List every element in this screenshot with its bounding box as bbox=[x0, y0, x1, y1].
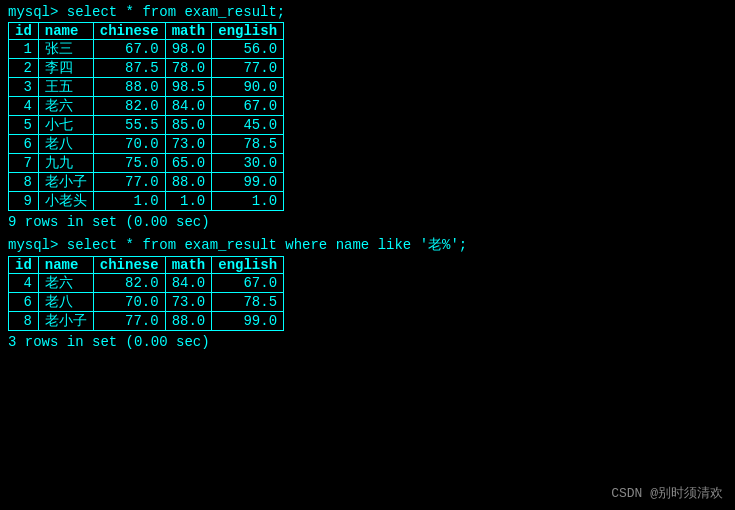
cell-chinese: 88.0 bbox=[93, 78, 165, 97]
cell-math: 98.5 bbox=[165, 78, 212, 97]
cell-math: 84.0 bbox=[165, 97, 212, 116]
cell-name: 九九 bbox=[38, 154, 93, 173]
cell-name: 老小子 bbox=[38, 173, 93, 192]
cell-id: 5 bbox=[9, 116, 39, 135]
cell-chinese: 75.0 bbox=[93, 154, 165, 173]
cell-english: 67.0 bbox=[212, 274, 284, 293]
col-math-1: math bbox=[165, 23, 212, 40]
cell-english: 45.0 bbox=[212, 116, 284, 135]
col-chinese-1: chinese bbox=[93, 23, 165, 40]
cell-english: 30.0 bbox=[212, 154, 284, 173]
cell-chinese: 87.5 bbox=[93, 59, 165, 78]
cell-english: 99.0 bbox=[212, 312, 284, 331]
cell-id: 4 bbox=[9, 97, 39, 116]
cell-name: 李四 bbox=[38, 59, 93, 78]
cell-math: 85.0 bbox=[165, 116, 212, 135]
cell-chinese: 77.0 bbox=[93, 173, 165, 192]
cell-math: 65.0 bbox=[165, 154, 212, 173]
cell-name: 王五 bbox=[38, 78, 93, 97]
cell-chinese: 70.0 bbox=[93, 135, 165, 154]
cell-math: 73.0 bbox=[165, 135, 212, 154]
cell-english: 1.0 bbox=[212, 192, 284, 211]
cell-english: 77.0 bbox=[212, 59, 284, 78]
cell-math: 84.0 bbox=[165, 274, 212, 293]
cell-chinese: 82.0 bbox=[93, 97, 165, 116]
table-row: 8 老小子 77.0 88.0 99.0 bbox=[9, 312, 284, 331]
cell-english: 90.0 bbox=[212, 78, 284, 97]
query2-prompt: mysql> select * from exam_result where n… bbox=[8, 236, 727, 254]
cell-english: 99.0 bbox=[212, 173, 284, 192]
table-row: 4 老六 82.0 84.0 67.0 bbox=[9, 274, 284, 293]
col-id-2: id bbox=[9, 257, 39, 274]
cell-name: 张三 bbox=[38, 40, 93, 59]
table-row: 8 老小子 77.0 88.0 99.0 bbox=[9, 173, 284, 192]
col-id-1: id bbox=[9, 23, 39, 40]
query1-table: id name chinese math english 1 张三 67.0 9… bbox=[8, 22, 284, 211]
table-row: 7 九九 75.0 65.0 30.0 bbox=[9, 154, 284, 173]
cell-math: 1.0 bbox=[165, 192, 212, 211]
cell-english: 56.0 bbox=[212, 40, 284, 59]
cell-english: 78.5 bbox=[212, 293, 284, 312]
table-row: 6 老八 70.0 73.0 78.5 bbox=[9, 135, 284, 154]
query2-table: id name chinese math english 4 老六 82.0 8… bbox=[8, 256, 284, 331]
cell-id: 1 bbox=[9, 40, 39, 59]
cell-id: 8 bbox=[9, 173, 39, 192]
cell-math: 88.0 bbox=[165, 173, 212, 192]
cell-id: 6 bbox=[9, 135, 39, 154]
cell-chinese: 1.0 bbox=[93, 192, 165, 211]
query1-table-container: id name chinese math english 1 张三 67.0 9… bbox=[8, 22, 727, 211]
cell-name: 老小子 bbox=[38, 312, 93, 331]
query1-prompt: mysql> select * from exam_result; bbox=[8, 4, 727, 20]
cell-math: 88.0 bbox=[165, 312, 212, 331]
table-row: 4 老六 82.0 84.0 67.0 bbox=[9, 97, 284, 116]
table-row: 2 李四 87.5 78.0 77.0 bbox=[9, 59, 284, 78]
cell-chinese: 77.0 bbox=[93, 312, 165, 331]
cell-chinese: 70.0 bbox=[93, 293, 165, 312]
col-math-2: math bbox=[165, 257, 212, 274]
col-english-2: english bbox=[212, 257, 284, 274]
cell-math: 73.0 bbox=[165, 293, 212, 312]
cell-id: 4 bbox=[9, 274, 39, 293]
cell-id: 2 bbox=[9, 59, 39, 78]
table-row: 1 张三 67.0 98.0 56.0 bbox=[9, 40, 284, 59]
cell-id: 9 bbox=[9, 192, 39, 211]
col-name-2: name bbox=[38, 257, 93, 274]
cell-english: 67.0 bbox=[212, 97, 284, 116]
cell-chinese: 82.0 bbox=[93, 274, 165, 293]
cell-name: 老八 bbox=[38, 293, 93, 312]
cell-name: 老六 bbox=[38, 274, 93, 293]
cell-math: 98.0 bbox=[165, 40, 212, 59]
cell-math: 78.0 bbox=[165, 59, 212, 78]
cell-name: 小老头 bbox=[38, 192, 93, 211]
cell-id: 6 bbox=[9, 293, 39, 312]
cell-chinese: 55.5 bbox=[93, 116, 165, 135]
col-english-1: english bbox=[212, 23, 284, 40]
cell-name: 老八 bbox=[38, 135, 93, 154]
cell-name: 小七 bbox=[38, 116, 93, 135]
col-name-1: name bbox=[38, 23, 93, 40]
query1-result: 9 rows in set (0.00 sec) bbox=[8, 214, 727, 230]
cell-english: 78.5 bbox=[212, 135, 284, 154]
col-chinese-2: chinese bbox=[93, 257, 165, 274]
cell-id: 7 bbox=[9, 154, 39, 173]
cell-id: 3 bbox=[9, 78, 39, 97]
table-row: 6 老八 70.0 73.0 78.5 bbox=[9, 293, 284, 312]
query2-result: 3 rows in set (0.00 sec) bbox=[8, 334, 727, 350]
table-row: 9 小老头 1.0 1.0 1.0 bbox=[9, 192, 284, 211]
cell-chinese: 67.0 bbox=[93, 40, 165, 59]
watermark: CSDN @别时须清欢 bbox=[611, 484, 723, 502]
query2-table-container: id name chinese math english 4 老六 82.0 8… bbox=[8, 256, 727, 331]
cell-name: 老六 bbox=[38, 97, 93, 116]
cell-id: 8 bbox=[9, 312, 39, 331]
table-row: 5 小七 55.5 85.0 45.0 bbox=[9, 116, 284, 135]
table-row: 3 王五 88.0 98.5 90.0 bbox=[9, 78, 284, 97]
